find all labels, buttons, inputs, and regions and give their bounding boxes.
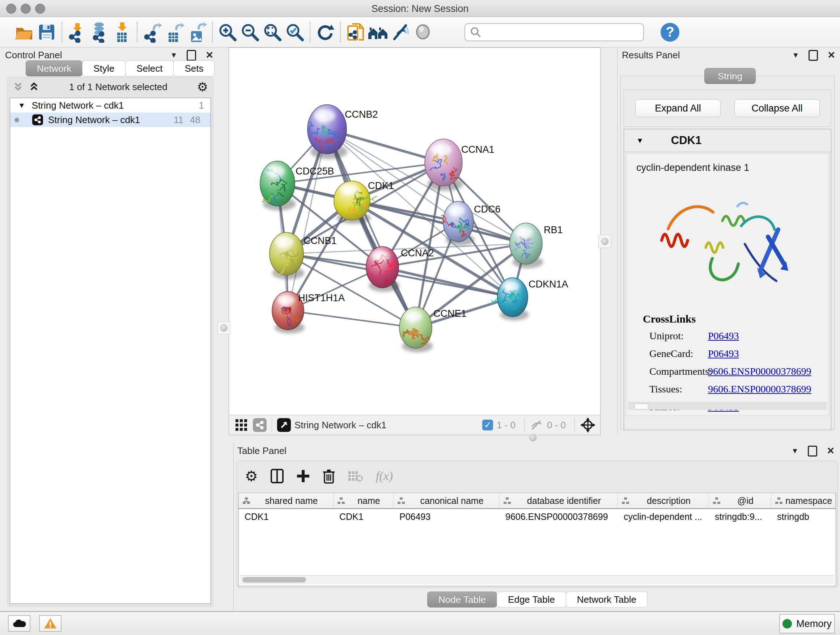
- hide-effects-button[interactable]: [389, 21, 412, 43]
- tissues-link[interactable]: 9606.ENSP00000378699: [708, 383, 811, 395]
- zoom-out-button[interactable]: [239, 21, 261, 43]
- tab-network[interactable]: Network: [26, 60, 82, 76]
- tab-sets[interactable]: Sets: [173, 60, 215, 76]
- import-network-file-button[interactable]: [66, 21, 88, 43]
- warning-triangle-icon: [44, 618, 57, 629]
- node-CDC25B[interactable]: [260, 161, 296, 211]
- main-toolbar: ?: [0, 17, 840, 48]
- column-header[interactable]: name: [333, 493, 393, 509]
- network-row-selected[interactable]: String Network – cdk1 11 48: [10, 112, 210, 127]
- network-share-badge-icon[interactable]: [253, 418, 267, 432]
- warnings-button[interactable]: [39, 615, 62, 632]
- open-session-button[interactable]: [13, 21, 35, 43]
- node-CCNB2[interactable]: [308, 105, 347, 159]
- collapse-all-button[interactable]: Collapse All: [734, 99, 820, 117]
- help-button[interactable]: ?: [660, 23, 679, 42]
- delete-trash-icon[interactable]: [322, 469, 335, 484]
- import-table-button[interactable]: [111, 21, 133, 43]
- table-horizontal-scrollbar[interactable]: [240, 575, 834, 584]
- column-header[interactable]: canonical name: [393, 493, 500, 509]
- node-CCNE1[interactable]: [399, 307, 433, 352]
- collapse-all-icon[interactable]: [13, 81, 24, 92]
- column-header[interactable]: shared name: [239, 493, 333, 509]
- open-folder-icon: [14, 22, 34, 42]
- column-header[interactable]: description: [618, 493, 709, 509]
- float-panel-icon[interactable]: [808, 446, 817, 456]
- compartments-link[interactable]: 9606.ENSP00000378699: [708, 366, 811, 377]
- collapse-entry-icon[interactable]: ▼: [636, 136, 644, 145]
- column-header[interactable]: @id: [709, 493, 771, 509]
- panel-menu-icon[interactable]: ▼: [792, 51, 799, 59]
- close-panel-icon[interactable]: ✕: [827, 445, 835, 456]
- network-collection-row[interactable]: ▼ String Network – cdk1 1: [10, 98, 210, 112]
- search-icon: [470, 26, 482, 38]
- column-type-icon: [337, 497, 345, 504]
- selected-checkbox-icon[interactable]: ✓: [482, 420, 493, 431]
- network-view[interactable]: CCNB2CCNA1CDC25BCDK1CDC6RB1CCNB1CCNA2CDK…: [229, 48, 600, 435]
- show-columns-icon[interactable]: [270, 469, 284, 484]
- memory-button[interactable]: Memory: [779, 614, 835, 633]
- left-splitter-handle[interactable]: [218, 321, 231, 334]
- cloud-status-button[interactable]: [8, 615, 30, 632]
- tab-string[interactable]: String: [704, 68, 756, 84]
- search-field[interactable]: [464, 23, 644, 41]
- right-splitter-handle[interactable]: [598, 235, 611, 248]
- birds-eye-grid-icon[interactable]: [235, 418, 248, 432]
- node-CCNA1[interactable]: [425, 139, 463, 191]
- tab-network-table[interactable]: Network Table: [566, 592, 647, 608]
- crosslink-label: GeneCard:: [649, 348, 708, 359]
- node-count: 11: [174, 114, 183, 126]
- refresh-button[interactable]: [314, 21, 336, 43]
- close-panel-icon[interactable]: ✕: [205, 50, 213, 61]
- edge-HIST1H1A-CCNE1[interactable]: [288, 310, 416, 328]
- expand-all-icon[interactable]: [28, 81, 39, 92]
- node-table[interactable]: shared name name canonical name database…: [238, 493, 836, 586]
- table-row[interactable]: CDK1 CDK1 P06493 9606.ENSP00000378699 cy…: [239, 509, 836, 524]
- export-image-button[interactable]: [186, 21, 208, 43]
- expand-all-button[interactable]: Expand All: [635, 99, 721, 117]
- tab-edge-table[interactable]: Edge Table: [497, 592, 566, 608]
- show-glass-ball-button[interactable]: [412, 21, 434, 43]
- save-session-button[interactable]: [35, 21, 58, 43]
- table-header-row: shared name name canonical name database…: [239, 493, 836, 509]
- fit-center-crosshair-icon[interactable]: [580, 417, 596, 433]
- tab-select[interactable]: Select: [125, 60, 174, 76]
- node-CCNA2[interactable]: [366, 247, 400, 292]
- genecard-link[interactable]: P06493: [708, 348, 739, 359]
- expander-icon[interactable]: ▼: [18, 101, 25, 110]
- edge-CCNA2-CDKN1A[interactable]: [382, 267, 513, 297]
- column-header[interactable]: database identifier: [500, 493, 618, 509]
- search-input[interactable]: [485, 25, 643, 40]
- node-label-CCNB1: CCNB1: [303, 235, 337, 246]
- float-panel-icon[interactable]: [187, 50, 196, 61]
- float-panel-icon[interactable]: [808, 50, 818, 61]
- import-network-database-button[interactable]: [88, 21, 111, 43]
- network-view-toolbar: String Network – cdk1 ✓ 1 - 0 0 - 0: [229, 415, 600, 435]
- zoom-in-button[interactable]: [216, 21, 239, 43]
- node-CDC6[interactable]: [442, 201, 475, 246]
- zoom-fit-button[interactable]: [261, 21, 284, 43]
- export-network-button[interactable]: [141, 21, 164, 43]
- results-scrollbar[interactable]: [628, 402, 827, 410]
- node-label-CCNB2: CCNB2: [345, 109, 378, 120]
- tab-style[interactable]: Style: [82, 60, 126, 76]
- gear-icon[interactable]: ⚙: [197, 80, 208, 94]
- node-CCNB1[interactable]: [270, 233, 305, 279]
- tab-node-table[interactable]: Node Table: [427, 592, 497, 608]
- bottom-splitter-handle[interactable]: [527, 433, 538, 442]
- uniprot-link[interactable]: P06493: [708, 330, 739, 342]
- node-CDKN1A[interactable]: [492, 278, 529, 320]
- panel-menu-icon[interactable]: ▼: [791, 447, 798, 455]
- table-settings-gear-icon[interactable]: ⚙: [245, 468, 258, 485]
- node-RB1[interactable]: [510, 223, 543, 268]
- export-table-button[interactable]: [164, 21, 186, 43]
- zoom-selected-button[interactable]: [284, 21, 306, 43]
- network-canvas[interactable]: CCNB2CCNA1CDC25BCDK1CDC6RB1CCNB1CCNA2CDK…: [229, 48, 600, 415]
- share-document-button[interactable]: [344, 21, 367, 43]
- detach-view-icon[interactable]: [277, 418, 291, 432]
- close-panel-icon[interactable]: ✕: [827, 50, 835, 61]
- home-pages-button[interactable]: [367, 21, 389, 43]
- add-column-icon[interactable]: [296, 469, 310, 483]
- column-header[interactable]: namespace: [771, 493, 836, 509]
- panel-menu-icon[interactable]: ▼: [170, 51, 177, 59]
